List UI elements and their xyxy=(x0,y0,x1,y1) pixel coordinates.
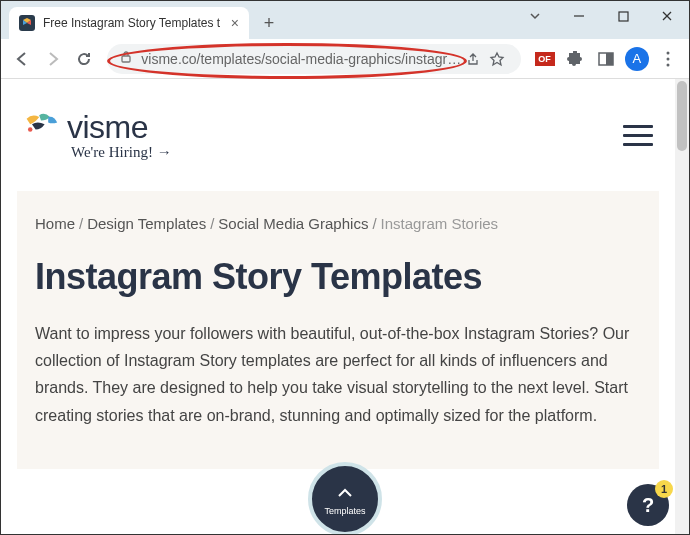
close-window-button[interactable] xyxy=(645,1,689,31)
kebab-menu-icon[interactable] xyxy=(654,44,681,74)
site-logo[interactable]: visme We're Hiring! → xyxy=(23,109,172,161)
logo-text: visme xyxy=(67,109,148,146)
hamburger-menu-icon[interactable] xyxy=(623,119,653,152)
reload-button[interactable] xyxy=(71,44,98,74)
window-controls xyxy=(513,1,689,31)
svg-rect-1 xyxy=(619,12,628,21)
page-viewport: visme We're Hiring! → Home/Design Templa… xyxy=(1,79,689,535)
page-description: Want to impress your followers with beau… xyxy=(35,320,641,429)
help-badge: 1 xyxy=(655,480,673,498)
svg-point-8 xyxy=(666,57,669,60)
breadcrumb-design-templates[interactable]: Design Templates xyxy=(87,215,206,232)
breadcrumb-home[interactable]: Home xyxy=(35,215,75,232)
new-tab-button[interactable]: + xyxy=(255,9,283,37)
scroll-thumb[interactable] xyxy=(677,81,687,151)
bookmark-icon[interactable] xyxy=(485,51,509,67)
templates-fab[interactable]: Templates xyxy=(308,462,382,535)
help-fab[interactable]: ? 1 xyxy=(627,484,669,526)
templates-fab-label: Templates xyxy=(324,506,365,516)
site-info-icon[interactable] xyxy=(119,50,133,68)
help-icon: ? xyxy=(642,494,654,517)
scrollbar[interactable] xyxy=(675,79,689,535)
address-bar[interactable]: visme.co/templates/social-media-graphics… xyxy=(107,44,521,74)
side-panel-icon[interactable] xyxy=(593,44,620,74)
tab-close-icon[interactable]: × xyxy=(231,15,239,31)
site-header: visme We're Hiring! → xyxy=(1,79,675,179)
chevron-up-icon xyxy=(336,483,354,504)
browser-tab[interactable]: Free Instagram Story Templates t × xyxy=(9,7,249,39)
tab-title: Free Instagram Story Templates t xyxy=(43,16,223,30)
svg-rect-6 xyxy=(606,53,613,65)
hero-section: Home/Design Templates/Social Media Graph… xyxy=(17,191,659,469)
extension-of[interactable]: OF xyxy=(531,44,558,74)
breadcrumb-current: Instagram Stories xyxy=(381,215,499,232)
svg-point-10 xyxy=(28,127,33,132)
hiring-link[interactable]: We're Hiring! → xyxy=(71,144,172,161)
svg-point-7 xyxy=(666,51,669,54)
profile-avatar[interactable]: A xyxy=(623,44,650,74)
browser-toolbar: visme.co/templates/social-media-graphics… xyxy=(1,39,689,79)
visme-logo-icon xyxy=(23,111,59,145)
forward-button[interactable] xyxy=(40,44,67,74)
minimize-button[interactable] xyxy=(557,1,601,31)
tab-favicon xyxy=(19,15,35,31)
tab-search-icon[interactable] xyxy=(513,1,557,31)
url-text: visme.co/templates/social-media-graphics… xyxy=(141,51,461,67)
maximize-button[interactable] xyxy=(601,1,645,31)
extensions-icon[interactable] xyxy=(562,44,589,74)
browser-titlebar: Free Instagram Story Templates t × + xyxy=(1,1,689,39)
page-title: Instagram Story Templates xyxy=(35,256,641,298)
breadcrumb-social-media[interactable]: Social Media Graphics xyxy=(218,215,368,232)
svg-point-9 xyxy=(666,63,669,66)
share-icon[interactable] xyxy=(461,51,485,67)
svg-rect-4 xyxy=(122,56,130,62)
back-button[interactable] xyxy=(9,44,36,74)
breadcrumb: Home/Design Templates/Social Media Graph… xyxy=(35,215,641,232)
